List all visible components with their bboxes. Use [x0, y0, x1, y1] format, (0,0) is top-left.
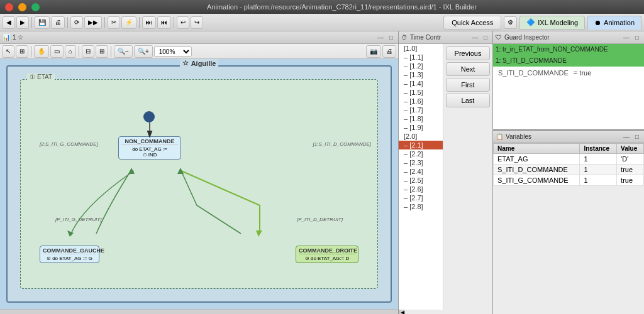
marquee-tool[interactable]: ▭ — [50, 45, 64, 58]
variables-table: Name Instance Value ETAT_AG1'D'S_ITI_D_C… — [493, 143, 644, 186]
step2-button[interactable]: ⏮ — [157, 16, 171, 29]
back-button[interactable]: ◀ — [3, 16, 15, 29]
time-item[interactable]: – [2.7] — [399, 193, 443, 202]
maximize-diagram-btn[interactable]: □ — [387, 33, 396, 42]
undo-button[interactable]: ↩ — [177, 16, 189, 29]
var-cell-value: 'D' — [617, 154, 644, 165]
time-item[interactable]: – [1.8] — [399, 114, 443, 123]
tab-anim-label: Animation — [604, 19, 635, 26]
variables-panel-title: Variables — [506, 133, 531, 140]
time-panel-title: Time Contr — [410, 34, 441, 41]
run-button[interactable]: ▶▶ — [84, 16, 102, 29]
maximize-time-btn[interactable]: □ — [481, 33, 490, 42]
diagram-canvas[interactable]: ☆ Aiguille ① ETAT NON_COMMANDE do ETAT_A… — [0, 59, 398, 309]
var-cell-instance: 1 — [580, 165, 617, 175]
time-list[interactable]: [1.0]– [1.1]– [1.2]– [1.3]– [1.4]– [1.5]… — [399, 44, 443, 310]
redo-button[interactable]: ↪ — [191, 16, 203, 29]
aiguille-container: ☆ Aiguille ① ETAT NON_COMMANDE do ETAT_A… — [6, 65, 392, 303]
prefs-button[interactable]: ⚙ — [504, 16, 517, 29]
commande-gauche-node[interactable]: COMMANDE_GAUCHE ⊙ do ETAT_AG := G — [40, 246, 99, 263]
maximize-btn[interactable] — [31, 3, 40, 11]
time-item[interactable]: – [2.2] — [399, 149, 443, 158]
layout-btn[interactable]: ⊟ — [82, 45, 94, 58]
time-item[interactable]: – [1.6] — [399, 97, 443, 106]
print-button[interactable]: 🖨 — [51, 16, 65, 29]
guard-value-row: S_ITI_D_COMMANDE = true — [493, 67, 644, 79]
time-item[interactable]: – [2.8] — [399, 202, 443, 211]
diagram-scrollbar-h[interactable] — [0, 309, 398, 314]
zoom-fit[interactable]: ⊞ — [16, 45, 28, 58]
commande-droite-node[interactable]: COMMANDE_DROITE ⊙ do ETAT_AG:= D — [296, 246, 358, 263]
time-item[interactable]: – [2.4] — [399, 167, 443, 176]
zoom-in-btn[interactable]: 🔍+ — [134, 45, 153, 58]
var-cell-name: ETAT_AG — [494, 154, 580, 165]
tab-animation[interactable]: ⏺ Animation — [587, 16, 641, 30]
zoom-select[interactable]: 100% — [154, 46, 192, 57]
forward-button[interactable]: ▶ — [16, 16, 29, 29]
minimize-btn[interactable] — [18, 3, 26, 11]
guard-selected-line1: 1: tr_in_ETAT_from_NON_COMMANDE — [493, 44, 644, 55]
variables-icon: 📋 — [496, 133, 503, 140]
var-cell-name: S_ITI_G_COMMANDE — [494, 175, 580, 186]
previous-button[interactable]: Previous — [446, 46, 490, 60]
toolbar-separator — [31, 17, 32, 28]
edge-label-1: [2:S_ITI_G_COMMANDE] — [40, 141, 98, 147]
arrange-btn[interactable]: ⊞ — [96, 45, 108, 58]
quick-access-button[interactable]: Quick Access — [443, 16, 501, 30]
time-item[interactable]: – [1.5] — [399, 88, 443, 97]
time-item[interactable]: – [2.3] — [399, 158, 443, 167]
time-panel-controls: — □ — [470, 33, 490, 42]
commande-droite-title: COMMANDE_DROITE — [299, 247, 355, 254]
time-item[interactable]: – [1.9] — [399, 123, 443, 132]
zoom-in-button[interactable]: ✂ — [108, 16, 120, 29]
ixl-icon: 🔷 — [526, 18, 535, 26]
time-item[interactable]: [2.0] — [399, 132, 443, 141]
time-item[interactable]: – [2.5] — [399, 176, 443, 185]
tab-ixl-label: IXL Modeling — [538, 19, 578, 26]
first-button[interactable]: First — [446, 78, 490, 92]
lasso-tool[interactable]: ⌂ — [65, 45, 76, 58]
var-table-row: ETAT_AG1'D' — [494, 154, 644, 165]
refresh-button[interactable]: ⟳ — [70, 16, 83, 29]
time-item[interactable]: – [2.6] — [399, 185, 443, 193]
maximize-guard-btn[interactable]: □ — [633, 33, 641, 42]
time-item[interactable]: – [1.4] — [399, 79, 443, 88]
zoom-out-btn[interactable]: 🔍− — [114, 45, 133, 58]
guard-panel-title: Guard Inspector — [504, 34, 550, 41]
svg-marker-3 — [256, 230, 262, 237]
var-table-row: S_ITI_D_COMMANDE1true — [494, 165, 644, 175]
time-item[interactable]: – [1.3] — [399, 70, 443, 79]
print-diagram-btn[interactable]: 🖨 — [382, 45, 396, 58]
time-item[interactable]: – [1.1] — [399, 53, 443, 62]
time-item[interactable]: – [1.2] — [399, 62, 443, 70]
guard-var-name: S_ITI_D_COMMANDE — [498, 69, 569, 77]
guard-icon: 🛡 — [496, 34, 502, 41]
screenshot-btn[interactable]: 📷 — [366, 45, 381, 58]
select-tool[interactable]: ↖ — [2, 45, 14, 58]
minimize-time-btn[interactable]: — — [470, 33, 479, 42]
guard-inspector-panel: 🛡 Guard Inspector — □ 1: tr_in_ETAT_from… — [493, 31, 644, 131]
connect-button[interactable]: ⚡ — [121, 16, 136, 29]
close-btn[interactable] — [5, 3, 13, 11]
minimize-diagram-btn[interactable]: — — [376, 33, 385, 42]
toolbar-right: Quick Access ⚙ 🔷 IXL Modeling ⏺ Animatio… — [443, 16, 641, 30]
pan-tool[interactable]: ✋ — [34, 45, 49, 58]
next-button[interactable]: Next — [446, 62, 490, 76]
time-item[interactable]: – [2.1] — [399, 141, 443, 149]
save-button[interactable]: 💾 — [35, 16, 50, 29]
time-item[interactable]: – [1.7] — [399, 106, 443, 114]
diagram-toolbar: ↖ ⊞ ✋ ▭ ⌂ ⊟ ⊞ 🔍− 🔍+ 100% 📷 🖨 — [0, 44, 398, 59]
maximize-vars-btn[interactable]: □ — [633, 133, 641, 141]
minimize-guard-btn[interactable]: — — [622, 33, 631, 42]
dtb-sep2 — [79, 46, 79, 57]
non-commande-node[interactable]: NON_COMMANDE do ETAT_AG :=⊙ IND — [118, 136, 181, 160]
step-button[interactable]: ⏭ — [142, 16, 156, 29]
last-button[interactable]: Last — [446, 94, 490, 107]
edge-label-3: [P_ITI_G_DETRUIT] — [55, 217, 101, 222]
tab-ixl-modeling[interactable]: 🔷 IXL Modeling — [519, 16, 585, 30]
non-commande-title: NON_COMMANDE — [121, 138, 178, 145]
minimize-vars-btn[interactable]: — — [622, 133, 631, 141]
collapse-mid-btn[interactable]: ◀ — [399, 310, 405, 314]
time-item[interactable]: [1.0] — [399, 44, 443, 53]
variables-panel: 📋 Variables — □ Name Instance Value ETAT… — [493, 131, 644, 314]
